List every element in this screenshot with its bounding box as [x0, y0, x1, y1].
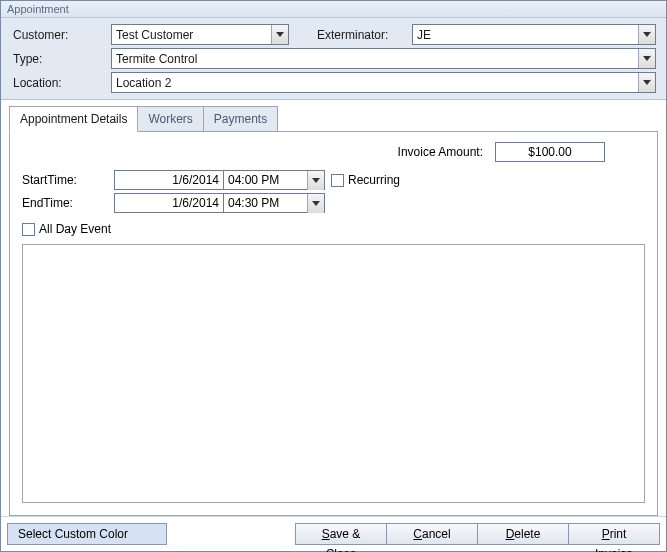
cancel-button[interactable]: Cancel [386, 523, 478, 545]
delete-button[interactable]: Delete [477, 523, 569, 545]
start-time-select[interactable]: 04:00 PM [223, 170, 325, 190]
start-time-value: 04:00 PM [224, 171, 307, 189]
recurring-label: Recurring [348, 173, 400, 187]
select-custom-color-button[interactable]: Select Custom Color [7, 523, 167, 545]
appointment-window: Appointment Customer: Test Customer Exte… [0, 0, 667, 552]
all-day-checkbox-row[interactable]: All Day Event [22, 222, 645, 236]
appointment-details-panel: Invoice Amount: $100.00 StartTime: 1/6/2… [9, 131, 658, 516]
save-and-close-button[interactable]: Save & Close [295, 523, 387, 545]
all-day-checkbox[interactable] [22, 223, 35, 236]
type-value: Termite Control [112, 52, 638, 66]
type-label: Type: [11, 52, 111, 66]
tab-container: Appointment Details Workers Payments Inv… [1, 100, 666, 516]
exterminator-value: JE [413, 28, 638, 42]
dropdown-icon[interactable] [638, 49, 655, 68]
type-select[interactable]: Termite Control [111, 48, 656, 69]
window-title: Appointment [1, 1, 666, 18]
all-day-label: All Day Event [39, 222, 111, 236]
tab-payments[interactable]: Payments [203, 106, 278, 132]
button-bar: Select Custom Color Save & Close Cancel … [1, 516, 666, 551]
dropdown-icon[interactable] [307, 194, 324, 213]
tab-workers[interactable]: Workers [137, 106, 203, 132]
dropdown-icon[interactable] [638, 73, 655, 92]
dropdown-icon[interactable] [638, 25, 655, 44]
location-select[interactable]: Location 2 [111, 72, 656, 93]
end-time-select[interactable]: 04:30 PM [223, 193, 325, 213]
location-value: Location 2 [112, 76, 638, 90]
exterminator-label: Exterminator: [317, 28, 412, 42]
notes-textarea[interactable] [22, 244, 645, 503]
recurring-checkbox[interactable] [331, 174, 344, 187]
tab-strip: Appointment Details Workers Payments [9, 106, 658, 132]
end-time-label: EndTime: [22, 196, 114, 210]
end-time-value: 04:30 PM [224, 194, 307, 212]
customer-value: Test Customer [112, 28, 271, 42]
start-time-label: StartTime: [22, 173, 114, 187]
dropdown-icon[interactable] [307, 171, 324, 190]
header-form: Customer: Test Customer Exterminator: JE… [1, 18, 666, 100]
start-date-field[interactable]: 1/6/2014 [114, 170, 224, 190]
end-date-field[interactable]: 1/6/2014 [114, 193, 224, 213]
tab-appointment-details[interactable]: Appointment Details [9, 106, 138, 132]
customer-select[interactable]: Test Customer [111, 24, 289, 45]
invoice-amount-field[interactable]: $100.00 [495, 142, 605, 162]
recurring-checkbox-row[interactable]: Recurring [331, 173, 400, 187]
dropdown-icon[interactable] [271, 25, 288, 44]
print-invoice-button[interactable]: Print Invoice [568, 523, 660, 545]
invoice-amount-label: Invoice Amount: [398, 145, 483, 159]
exterminator-select[interactable]: JE [412, 24, 656, 45]
location-label: Location: [11, 76, 111, 90]
customer-label: Customer: [11, 28, 111, 42]
